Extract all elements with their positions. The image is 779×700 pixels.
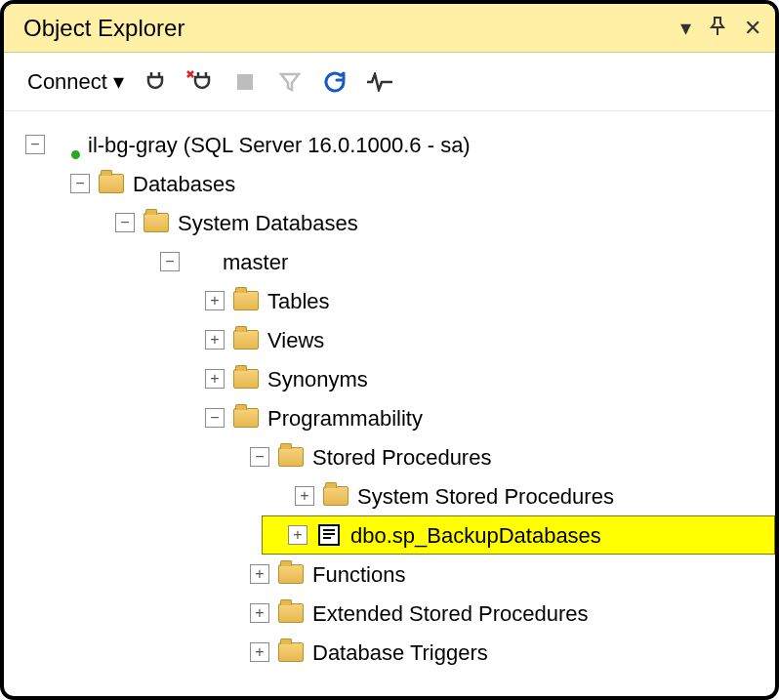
folder-icon: [232, 404, 260, 432]
filter-icon[interactable]: [276, 68, 304, 96]
tree-node-functions[interactable]: + Functions: [12, 555, 775, 594]
tree-node-label: System Databases: [178, 207, 358, 239]
object-tree[interactable]: − il-bg-gray (SQL Server 16.0.1000.6 - s…: [4, 111, 775, 672]
tree-node-label: Programmability: [267, 402, 423, 434]
window-controls: ▾ ✕: [680, 17, 761, 40]
collapse-icon[interactable]: −: [70, 174, 90, 193]
tree-node-label: System Stored Procedures: [357, 480, 614, 513]
tree-node-label: Stored Procedures: [312, 441, 491, 474]
tree-node-tables[interactable]: + Tables: [12, 281, 775, 320]
tree-node-master-db[interactable]: − master: [12, 242, 775, 281]
chevron-down-icon: ▾: [113, 69, 124, 95]
expand-icon[interactable]: +: [288, 525, 308, 545]
tree-node-label: Views: [267, 324, 324, 356]
tree-node-label: Synonyms: [267, 363, 368, 395]
window-dropdown-icon[interactable]: ▾: [680, 18, 691, 39]
tree-node-views[interactable]: + Views: [12, 320, 775, 359]
tree-node-synonyms[interactable]: + Synonyms: [12, 359, 775, 398]
disconnect-icon[interactable]: [186, 68, 214, 96]
collapse-icon[interactable]: −: [250, 447, 269, 467]
folder-icon: [143, 209, 170, 236]
tree-node-label: Extended Stored Procedures: [312, 597, 589, 630]
tree-node-programmability[interactable]: − Programmability: [12, 398, 775, 437]
collapse-icon[interactable]: −: [25, 135, 45, 154]
object-explorer-panel: Object Explorer ▾ ✕ Connect ▾: [0, 0, 779, 700]
folder-icon: [277, 638, 305, 666]
database-icon: [187, 248, 215, 275]
folder-icon: [277, 560, 305, 588]
tree-node-database-triggers[interactable]: + Database Triggers: [12, 633, 775, 672]
tree-node-stored-procedures[interactable]: − Stored Procedures: [12, 437, 775, 476]
close-icon[interactable]: ✕: [744, 18, 761, 39]
folder-icon: [232, 287, 260, 314]
tree-node-system-databases[interactable]: − System Databases: [12, 203, 775, 242]
plug-icon[interactable]: [142, 68, 169, 96]
folder-icon: [232, 365, 260, 392]
stored-procedure-icon: [315, 521, 343, 549]
expand-icon[interactable]: +: [205, 330, 225, 350]
svg-rect-0: [237, 74, 253, 90]
tree-node-sp-backupdatabases[interactable]: + dbo.sp_BackupDatabases: [262, 515, 775, 555]
expand-icon[interactable]: +: [205, 369, 225, 389]
expand-icon[interactable]: +: [250, 642, 269, 662]
tree-node-databases[interactable]: − Databases: [12, 164, 775, 203]
tree-node-label: dbo.sp_BackupDatabases: [350, 519, 601, 552]
panel-title: Object Explorer: [23, 15, 184, 42]
folder-icon: [277, 599, 305, 627]
folder-icon: [322, 482, 349, 510]
folder-icon: [98, 170, 125, 197]
activity-monitor-icon[interactable]: [366, 68, 393, 96]
expand-icon[interactable]: +: [250, 564, 269, 584]
expand-icon[interactable]: +: [295, 486, 314, 506]
tree-node-system-stored-procedures[interactable]: + System Stored Procedures: [12, 476, 775, 515]
connect-button[interactable]: Connect ▾: [27, 69, 124, 95]
folder-icon: [232, 326, 260, 353]
tree-node-label: il-bg-gray (SQL Server 16.0.1000.6 - sa): [88, 129, 471, 161]
expand-icon[interactable]: +: [205, 291, 225, 310]
stop-icon[interactable]: [231, 68, 259, 96]
tree-node-label: Tables: [267, 285, 330, 317]
tree-node-label: Databases: [133, 168, 235, 200]
folder-icon: [277, 443, 305, 471]
server-icon: [53, 131, 80, 158]
collapse-icon[interactable]: −: [205, 408, 225, 428]
tree-node-label: Functions: [312, 558, 405, 591]
tree-node-label: master: [223, 246, 288, 278]
collapse-icon[interactable]: −: [160, 252, 180, 271]
connect-label: Connect: [27, 69, 107, 95]
tree-node-server[interactable]: − il-bg-gray (SQL Server 16.0.1000.6 - s…: [12, 125, 775, 164]
refresh-icon[interactable]: [321, 68, 348, 96]
tree-node-extended-stored-procedures[interactable]: + Extended Stored Procedures: [12, 594, 775, 633]
tree-node-label: Database Triggers: [312, 637, 488, 669]
pin-icon[interactable]: [709, 17, 726, 40]
collapse-icon[interactable]: −: [115, 213, 135, 232]
panel-titlebar: Object Explorer ▾ ✕: [4, 4, 775, 53]
toolbar: Connect ▾: [4, 53, 775, 111]
expand-icon[interactable]: +: [250, 603, 269, 623]
